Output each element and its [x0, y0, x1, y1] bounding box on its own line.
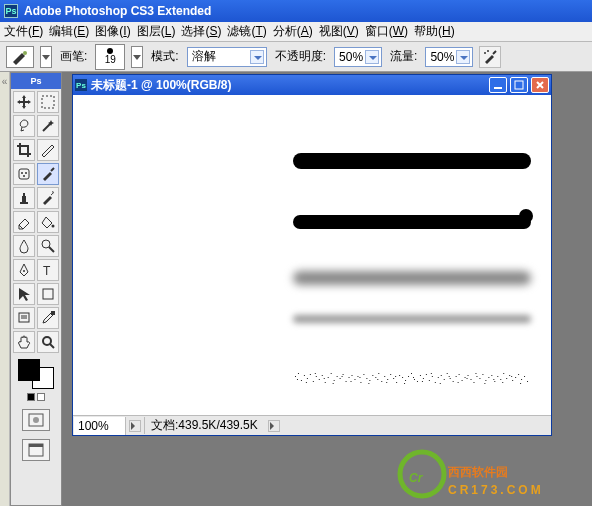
status-prev-button[interactable] — [129, 420, 141, 432]
lasso-tool[interactable] — [13, 115, 35, 137]
menu-view[interactable]: 视图(V) — [319, 23, 359, 40]
svg-rect-102 — [306, 382, 307, 383]
brush-picker[interactable]: 19 — [95, 44, 125, 70]
airbrush-toggle[interactable] — [479, 46, 501, 68]
svg-rect-24 — [301, 380, 302, 381]
eyedropper-tool[interactable] — [37, 307, 59, 329]
maximize-button[interactable] — [510, 77, 528, 93]
svg-rect-27 — [310, 374, 311, 375]
svg-text:西西软件园: 西西软件园 — [447, 465, 508, 479]
zoom-tool[interactable] — [37, 331, 59, 353]
status-menu-button[interactable] — [268, 420, 280, 432]
screen-mode-toggle[interactable] — [22, 439, 50, 461]
svg-rect-116 — [431, 373, 432, 374]
brush-tool[interactable] — [37, 163, 59, 185]
svg-rect-35 — [334, 380, 335, 381]
brush-dropdown[interactable] — [131, 46, 143, 68]
svg-rect-26 — [307, 378, 308, 379]
menu-image[interactable]: 图像(I) — [95, 23, 130, 40]
svg-rect-122 — [484, 383, 485, 384]
magic-wand-tool[interactable] — [37, 115, 59, 137]
menubar: 文件(F) 编辑(E) 图像(I) 图层(L) 选择(S) 滤镜(T) 分析(A… — [0, 22, 592, 42]
document-statusbar: 100% 文档:439.5K/439.5K — [73, 415, 551, 435]
chevron-down-icon — [456, 50, 470, 64]
svg-rect-84 — [479, 378, 480, 379]
clone-stamp-tool[interactable] — [13, 187, 35, 209]
svg-rect-90 — [497, 376, 498, 377]
svg-text:T: T — [43, 264, 51, 278]
svg-rect-89 — [494, 381, 495, 382]
menu-help[interactable]: 帮助(H) — [414, 23, 455, 40]
svg-rect-77 — [459, 374, 460, 375]
notes-tool[interactable] — [13, 307, 35, 329]
svg-rect-21 — [515, 81, 523, 89]
marquee-tool[interactable] — [37, 91, 59, 113]
paint-bucket-tool[interactable] — [37, 211, 59, 233]
svg-point-1 — [484, 52, 486, 54]
zoom-level-input[interactable]: 100% — [74, 417, 126, 435]
shape-tool[interactable] — [37, 283, 59, 305]
path-selection-tool[interactable] — [13, 283, 35, 305]
hand-tool[interactable] — [13, 331, 35, 353]
history-brush-tool[interactable] — [37, 187, 59, 209]
blur-tool[interactable] — [13, 235, 35, 257]
svg-rect-45 — [363, 374, 364, 375]
pen-tool[interactable] — [13, 259, 35, 281]
slice-tool[interactable] — [37, 139, 59, 161]
minimize-button[interactable] — [489, 77, 507, 93]
svg-rect-97 — [518, 374, 519, 375]
svg-rect-62 — [414, 379, 415, 380]
tool-preset-picker[interactable] — [6, 46, 34, 68]
eraser-tool[interactable] — [13, 211, 35, 233]
toolbox-header[interactable]: Ps — [11, 73, 61, 89]
swap-colors-button[interactable] — [37, 393, 45, 401]
svg-rect-74 — [450, 378, 451, 379]
blend-mode-select[interactable]: 溶解 — [187, 47, 267, 67]
menu-edit[interactable]: 编辑(E) — [49, 23, 89, 40]
flow-select[interactable]: 50% — [425, 47, 473, 67]
document-window: Ps 未标题-1 @ 100%(RGB/8) — [72, 74, 552, 436]
svg-rect-105 — [333, 383, 334, 384]
quick-mask-toggle[interactable] — [22, 409, 50, 431]
menu-file[interactable]: 文件(F) — [4, 23, 43, 40]
healing-brush-tool[interactable] — [13, 163, 35, 185]
svg-rect-72 — [444, 379, 445, 380]
svg-rect-61 — [411, 373, 412, 374]
svg-rect-19 — [29, 444, 43, 447]
document-title: 未标题-1 @ 100%(RGB/8) — [91, 77, 231, 94]
type-tool[interactable]: T — [37, 259, 59, 281]
menu-select[interactable]: 选择(S) — [181, 23, 221, 40]
svg-text:CR173.COM: CR173.COM — [448, 483, 544, 497]
canvas[interactable] — [73, 95, 551, 415]
svg-rect-3 — [42, 96, 54, 108]
svg-rect-125 — [511, 376, 512, 377]
chevron-icon: « — [2, 76, 8, 506]
document-size-readout: 文档:439.5K/439.5K — [144, 417, 264, 434]
svg-rect-79 — [465, 377, 466, 378]
document-titlebar[interactable]: Ps 未标题-1 @ 100%(RGB/8) — [73, 75, 551, 95]
svg-rect-71 — [441, 375, 442, 376]
close-button[interactable] — [531, 77, 549, 93]
svg-rect-63 — [417, 381, 418, 382]
dodge-tool[interactable] — [37, 235, 59, 257]
svg-rect-92 — [503, 373, 504, 374]
move-tool[interactable] — [13, 91, 35, 113]
svg-rect-70 — [438, 377, 439, 378]
foreground-color-swatch[interactable] — [18, 359, 40, 381]
tool-preset-dropdown[interactable] — [40, 46, 52, 68]
default-colors-button[interactable] — [27, 393, 35, 401]
crop-tool[interactable] — [13, 139, 35, 161]
svg-rect-34 — [331, 373, 332, 374]
svg-rect-65 — [423, 378, 424, 379]
menu-window[interactable]: 窗口(W) — [365, 23, 408, 40]
svg-rect-51 — [381, 381, 382, 382]
svg-rect-56 — [396, 382, 397, 383]
svg-rect-44 — [360, 382, 361, 383]
menu-filter[interactable]: 滤镜(T) — [227, 23, 266, 40]
opacity-select[interactable]: 50% — [334, 47, 382, 67]
menu-layer[interactable]: 图层(L) — [137, 23, 176, 40]
opacity-value: 50% — [339, 50, 363, 64]
left-gutter[interactable]: « — [0, 72, 10, 506]
svg-rect-112 — [395, 376, 396, 377]
menu-analysis[interactable]: 分析(A) — [273, 23, 313, 40]
